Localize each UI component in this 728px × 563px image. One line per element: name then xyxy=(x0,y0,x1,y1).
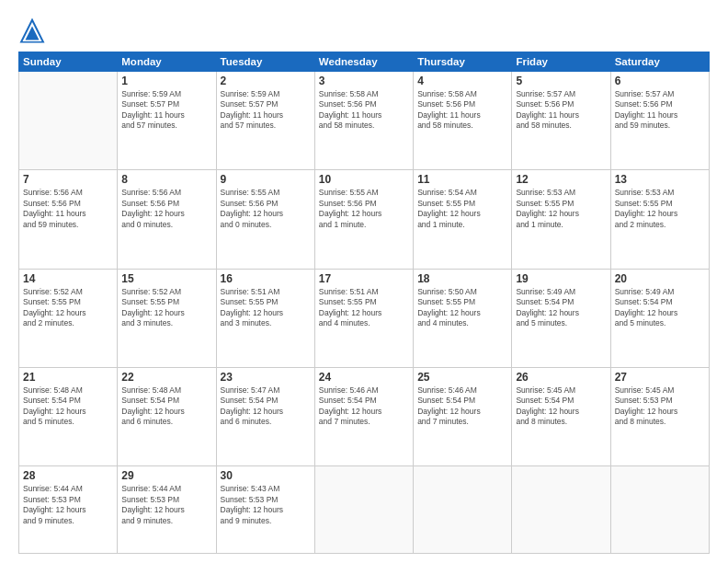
day-number: 12 xyxy=(516,173,606,186)
calendar-cell: 18Sunrise: 5:50 AM Sunset: 5:55 PM Dayli… xyxy=(414,269,512,367)
day-info: Sunrise: 5:59 AM Sunset: 5:57 PM Dayligh… xyxy=(121,89,211,132)
day-info: Sunrise: 5:58 AM Sunset: 5:56 PM Dayligh… xyxy=(319,89,409,132)
header xyxy=(18,17,710,44)
weekday-header-saturday: Saturday xyxy=(610,52,709,72)
day-number: 7 xyxy=(23,173,113,186)
calendar-cell: 6Sunrise: 5:57 AM Sunset: 5:56 PM Daylig… xyxy=(610,72,709,170)
calendar-cell: 19Sunrise: 5:49 AM Sunset: 5:54 PM Dayli… xyxy=(512,269,610,367)
day-info: Sunrise: 5:45 AM Sunset: 5:54 PM Dayligh… xyxy=(516,385,606,428)
calendar-cell: 20Sunrise: 5:49 AM Sunset: 5:54 PM Dayli… xyxy=(610,269,709,367)
weekday-header-friday: Friday xyxy=(512,52,610,72)
calendar-cell xyxy=(610,466,709,554)
calendar-cell xyxy=(19,72,118,170)
day-info: Sunrise: 5:56 AM Sunset: 5:56 PM Dayligh… xyxy=(23,188,113,230)
logo-icon xyxy=(18,17,46,44)
day-info: Sunrise: 5:44 AM Sunset: 5:53 PM Dayligh… xyxy=(23,484,113,526)
day-number: 26 xyxy=(516,371,606,384)
day-info: Sunrise: 5:52 AM Sunset: 5:55 PM Dayligh… xyxy=(121,287,211,329)
day-number: 20 xyxy=(615,272,705,285)
calendar-cell: 12Sunrise: 5:53 AM Sunset: 5:55 PM Dayli… xyxy=(512,170,610,269)
calendar-cell: 10Sunrise: 5:55 AM Sunset: 5:56 PM Dayli… xyxy=(314,170,413,269)
calendar-cell xyxy=(512,466,610,554)
day-number: 10 xyxy=(319,173,409,186)
weekday-header-tuesday: Tuesday xyxy=(216,52,314,72)
day-number: 28 xyxy=(23,469,113,482)
day-info: Sunrise: 5:48 AM Sunset: 5:54 PM Dayligh… xyxy=(121,385,211,428)
day-number: 13 xyxy=(615,173,705,186)
calendar-cell: 28Sunrise: 5:44 AM Sunset: 5:53 PM Dayli… xyxy=(19,466,118,554)
day-info: Sunrise: 5:44 AM Sunset: 5:53 PM Dayligh… xyxy=(121,484,211,526)
day-info: Sunrise: 5:58 AM Sunset: 5:56 PM Dayligh… xyxy=(417,89,507,132)
day-number: 14 xyxy=(23,272,113,285)
day-number: 27 xyxy=(615,371,705,384)
calendar-cell: 7Sunrise: 5:56 AM Sunset: 5:56 PM Daylig… xyxy=(19,170,118,269)
calendar-cell: 25Sunrise: 5:46 AM Sunset: 5:54 PM Dayli… xyxy=(414,367,512,465)
calendar-cell: 8Sunrise: 5:56 AM Sunset: 5:56 PM Daylig… xyxy=(118,170,216,269)
day-info: Sunrise: 5:57 AM Sunset: 5:56 PM Dayligh… xyxy=(516,89,606,132)
day-number: 3 xyxy=(319,75,409,87)
day-info: Sunrise: 5:51 AM Sunset: 5:55 PM Dayligh… xyxy=(221,287,311,329)
calendar-cell: 11Sunrise: 5:54 AM Sunset: 5:55 PM Dayli… xyxy=(414,170,512,269)
calendar-cell: 30Sunrise: 5:43 AM Sunset: 5:53 PM Dayli… xyxy=(216,466,314,554)
day-info: Sunrise: 5:47 AM Sunset: 5:54 PM Dayligh… xyxy=(221,385,311,428)
weekday-header-thursday: Thursday xyxy=(414,52,512,72)
calendar-cell: 14Sunrise: 5:52 AM Sunset: 5:55 PM Dayli… xyxy=(19,269,118,367)
page: SundayMondayTuesdayWednesdayThursdayFrid… xyxy=(0,0,728,563)
day-info: Sunrise: 5:53 AM Sunset: 5:55 PM Dayligh… xyxy=(615,188,705,230)
day-info: Sunrise: 5:48 AM Sunset: 5:54 PM Dayligh… xyxy=(23,385,113,428)
calendar-cell: 3Sunrise: 5:58 AM Sunset: 5:56 PM Daylig… xyxy=(314,72,413,170)
weekday-header-wednesday: Wednesday xyxy=(314,52,413,72)
day-number: 19 xyxy=(516,272,606,285)
day-info: Sunrise: 5:57 AM Sunset: 5:56 PM Dayligh… xyxy=(615,89,705,132)
calendar-cell: 23Sunrise: 5:47 AM Sunset: 5:54 PM Dayli… xyxy=(216,367,314,465)
day-number: 9 xyxy=(221,173,311,186)
day-number: 25 xyxy=(417,371,507,384)
day-number: 23 xyxy=(221,371,311,384)
day-number: 1 xyxy=(121,75,211,87)
day-info: Sunrise: 5:43 AM Sunset: 5:53 PM Dayligh… xyxy=(221,484,311,526)
calendar-cell: 2Sunrise: 5:59 AM Sunset: 5:57 PM Daylig… xyxy=(216,72,314,170)
day-number: 5 xyxy=(516,75,606,87)
day-number: 2 xyxy=(221,75,311,87)
day-number: 30 xyxy=(221,469,311,482)
day-info: Sunrise: 5:49 AM Sunset: 5:54 PM Dayligh… xyxy=(615,287,705,329)
logo xyxy=(18,17,50,44)
calendar-cell: 13Sunrise: 5:53 AM Sunset: 5:55 PM Dayli… xyxy=(610,170,709,269)
day-info: Sunrise: 5:46 AM Sunset: 5:54 PM Dayligh… xyxy=(417,385,507,428)
day-number: 24 xyxy=(319,371,409,384)
day-info: Sunrise: 5:56 AM Sunset: 5:56 PM Dayligh… xyxy=(121,188,211,230)
week-row-1: 1Sunrise: 5:59 AM Sunset: 5:57 PM Daylig… xyxy=(19,72,710,170)
day-info: Sunrise: 5:54 AM Sunset: 5:55 PM Dayligh… xyxy=(417,188,507,230)
day-number: 8 xyxy=(121,173,211,186)
weekday-header-row: SundayMondayTuesdayWednesdayThursdayFrid… xyxy=(19,52,710,72)
calendar-cell: 27Sunrise: 5:45 AM Sunset: 5:53 PM Dayli… xyxy=(610,367,709,465)
day-number: 4 xyxy=(417,75,507,87)
week-row-3: 14Sunrise: 5:52 AM Sunset: 5:55 PM Dayli… xyxy=(19,269,710,367)
calendar-cell: 22Sunrise: 5:48 AM Sunset: 5:54 PM Dayli… xyxy=(118,367,216,465)
calendar-cell: 9Sunrise: 5:55 AM Sunset: 5:56 PM Daylig… xyxy=(216,170,314,269)
calendar-cell: 21Sunrise: 5:48 AM Sunset: 5:54 PM Dayli… xyxy=(19,367,118,465)
day-number: 21 xyxy=(23,371,113,384)
calendar-cell xyxy=(314,466,413,554)
day-number: 29 xyxy=(121,469,211,482)
calendar-cell: 26Sunrise: 5:45 AM Sunset: 5:54 PM Dayli… xyxy=(512,367,610,465)
week-row-2: 7Sunrise: 5:56 AM Sunset: 5:56 PM Daylig… xyxy=(19,170,710,269)
week-row-4: 21Sunrise: 5:48 AM Sunset: 5:54 PM Dayli… xyxy=(19,367,710,465)
day-number: 18 xyxy=(417,272,507,285)
day-info: Sunrise: 5:50 AM Sunset: 5:55 PM Dayligh… xyxy=(417,287,507,329)
calendar-cell: 17Sunrise: 5:51 AM Sunset: 5:55 PM Dayli… xyxy=(314,269,413,367)
day-info: Sunrise: 5:46 AM Sunset: 5:54 PM Dayligh… xyxy=(319,385,409,428)
day-info: Sunrise: 5:55 AM Sunset: 5:56 PM Dayligh… xyxy=(221,188,311,230)
day-info: Sunrise: 5:59 AM Sunset: 5:57 PM Dayligh… xyxy=(221,89,311,132)
calendar-cell: 15Sunrise: 5:52 AM Sunset: 5:55 PM Dayli… xyxy=(118,269,216,367)
day-number: 22 xyxy=(121,371,211,384)
week-row-5: 28Sunrise: 5:44 AM Sunset: 5:53 PM Dayli… xyxy=(19,466,710,554)
day-info: Sunrise: 5:45 AM Sunset: 5:53 PM Dayligh… xyxy=(615,385,705,428)
calendar-cell: 1Sunrise: 5:59 AM Sunset: 5:57 PM Daylig… xyxy=(118,72,216,170)
day-info: Sunrise: 5:52 AM Sunset: 5:55 PM Dayligh… xyxy=(23,287,113,329)
weekday-header-sunday: Sunday xyxy=(19,52,118,72)
calendar-cell: 5Sunrise: 5:57 AM Sunset: 5:56 PM Daylig… xyxy=(512,72,610,170)
day-info: Sunrise: 5:49 AM Sunset: 5:54 PM Dayligh… xyxy=(516,287,606,329)
calendar-cell: 4Sunrise: 5:58 AM Sunset: 5:56 PM Daylig… xyxy=(414,72,512,170)
day-number: 6 xyxy=(615,75,705,87)
